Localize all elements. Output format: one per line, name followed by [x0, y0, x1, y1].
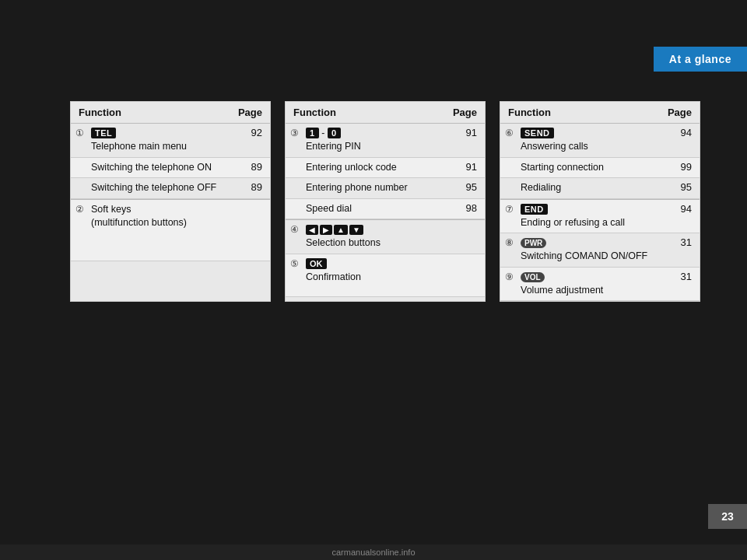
row-text: Selection buttons	[306, 236, 458, 250]
arrow-left-icon: ◀	[306, 225, 318, 235]
row-left: ⑨ VOL Volume adjustment	[505, 271, 673, 298]
row-left: ① TEL Telephone main menu	[75, 127, 244, 154]
row-text: Answering calls	[521, 140, 673, 154]
row-left: ⑦ END Ending or refusing a call	[505, 203, 673, 230]
row-content: OK Confirmation	[306, 257, 458, 285]
row-page: 94	[673, 203, 692, 215]
row-content: SEND Answering calls	[521, 127, 673, 154]
row-left: Switching the telephone OFF	[75, 181, 244, 195]
row-content: 1 - 0 Entering PIN	[306, 127, 458, 154]
row-page: 98	[458, 202, 477, 214]
row-left: ③ 1 - 0 Entering PIN	[290, 127, 458, 154]
row-page: 95	[673, 181, 692, 193]
row-text: Volume adjustment	[521, 284, 673, 298]
row-num: ⑨	[505, 271, 516, 282]
panel-2: Function Page ③ 1 - 0 Entering PIN 91 En…	[285, 101, 486, 302]
table-row: ② Soft keys(multifunction buttons)	[71, 199, 270, 261]
panel-3-header: Function Page	[500, 102, 700, 124]
row-content: END Ending or refusing a call	[521, 203, 673, 230]
table-row: Entering unlock code 91	[286, 158, 485, 179]
row-left: Speed dial	[290, 202, 458, 216]
page-number: 23	[708, 504, 747, 529]
arrow-btns: ◀ ▶ ▲ ▼	[306, 225, 363, 235]
row-left: ④ ◀ ▶ ▲ ▼ Selection buttons	[290, 223, 458, 250]
row-left: Redialing	[505, 181, 673, 195]
row-content: ◀ ▶ ▲ ▼ Selection buttons	[306, 223, 458, 250]
row-content: Entering unlock code	[306, 161, 458, 175]
row-page: 92	[244, 127, 262, 138]
panel-3-page-col: Page	[668, 107, 692, 118]
row-page: 91	[458, 127, 477, 138]
tel-badge: TEL	[91, 128, 116, 138]
row-content: Starting connection	[521, 161, 673, 175]
row-num: ⑧	[505, 237, 516, 248]
end-badge: END	[521, 204, 548, 215]
row-content: PWR Switching COMAND ON/OFF	[521, 236, 673, 264]
row-content: Speed dial	[306, 202, 458, 216]
row-text: Starting connection	[521, 161, 673, 175]
row-page: 31	[673, 236, 692, 248]
row-page: 31	[673, 271, 692, 282]
table-row: Switching the telephone ON 89	[71, 158, 270, 179]
row-left: Entering phone number	[290, 181, 458, 195]
panel-2-page-col: Page	[453, 107, 477, 118]
row-page: 99	[673, 161, 692, 173]
table-row: Speed dial 98	[286, 199, 485, 220]
table-row: ⑨ VOL Volume adjustment 31	[500, 268, 700, 302]
row-page: 94	[673, 127, 692, 138]
row-text: Soft keys(multifunction buttons)	[91, 203, 244, 230]
row-left: Entering unlock code	[290, 161, 458, 175]
row-page: 95	[458, 181, 477, 193]
section-label: At a glance	[654, 47, 747, 72]
row-content: Switching the telephone ON	[91, 161, 244, 175]
table-row: ⑥ SEND Answering calls 94	[500, 124, 700, 158]
arrow-down-icon: ▼	[349, 225, 363, 235]
row-left: Starting connection	[505, 161, 673, 175]
row-page: 91	[458, 161, 477, 173]
row-content: Soft keys(multifunction buttons)	[91, 203, 244, 230]
table-row: ⑧ PWR Switching COMAND ON/OFF 31	[500, 233, 700, 268]
table-row: ④ ◀ ▶ ▲ ▼ Selection buttons	[286, 219, 485, 254]
row-text: Entering phone number	[306, 181, 458, 195]
table-row: ③ 1 - 0 Entering PIN 91	[286, 124, 485, 158]
row-num: ④	[290, 224, 301, 235]
row-left: Switching the telephone ON	[75, 161, 244, 175]
panel-2-header: Function Page	[286, 102, 485, 124]
row-page: 89	[244, 181, 262, 193]
row-content: Switching the telephone OFF	[91, 181, 244, 195]
row-page: 89	[244, 161, 262, 173]
row-left: ⑥ SEND Answering calls	[505, 127, 673, 154]
row-num: ③	[290, 128, 301, 138]
main-content: Function Page ① TEL Telephone main menu …	[70, 101, 700, 302]
panel-1-header: Function Page	[71, 102, 270, 124]
panel-2-function-col: Function	[293, 107, 336, 118]
panel-1-function-col: Function	[79, 107, 121, 118]
num-badge-0: 0	[328, 128, 341, 138]
row-content: TEL Telephone main menu	[91, 127, 244, 154]
vol-badge: VOL	[521, 272, 545, 282]
pwr-badge: PWR	[521, 238, 546, 248]
send-badge: SEND	[521, 128, 554, 138]
table-row: Redialing 95	[500, 178, 700, 199]
row-text: Switching COMAND ON/OFF	[521, 250, 673, 264]
row-num: ②	[75, 204, 86, 215]
row-left: ⑧ PWR Switching COMAND ON/OFF	[505, 236, 673, 264]
panel-1: Function Page ① TEL Telephone main menu …	[70, 101, 271, 302]
watermark: carmanualsonline.info	[0, 544, 747, 560]
arrow-up-icon: ▲	[334, 225, 348, 235]
table-row: ① TEL Telephone main menu 92	[71, 124, 270, 158]
row-text: Entering unlock code	[306, 161, 458, 175]
row-text: Ending or refusing a call	[521, 216, 673, 230]
table-row: Starting connection 99	[500, 158, 700, 179]
row-content: Redialing	[521, 181, 673, 195]
panel-1-page-col: Page	[238, 107, 262, 118]
panel-3-function-col: Function	[508, 107, 551, 118]
row-text: Switching the telephone ON	[91, 161, 244, 175]
row-num: ①	[75, 128, 86, 138]
table-row: ⑤ OK Confirmation	[286, 254, 485, 297]
row-left: ⑤ OK Confirmation	[290, 257, 458, 285]
ok-badge: OK	[306, 258, 327, 269]
panel-3: Function Page ⑥ SEND Answering calls 94 …	[500, 101, 700, 302]
row-content: VOL Volume adjustment	[521, 271, 673, 298]
row-num: ⑤	[290, 258, 301, 269]
